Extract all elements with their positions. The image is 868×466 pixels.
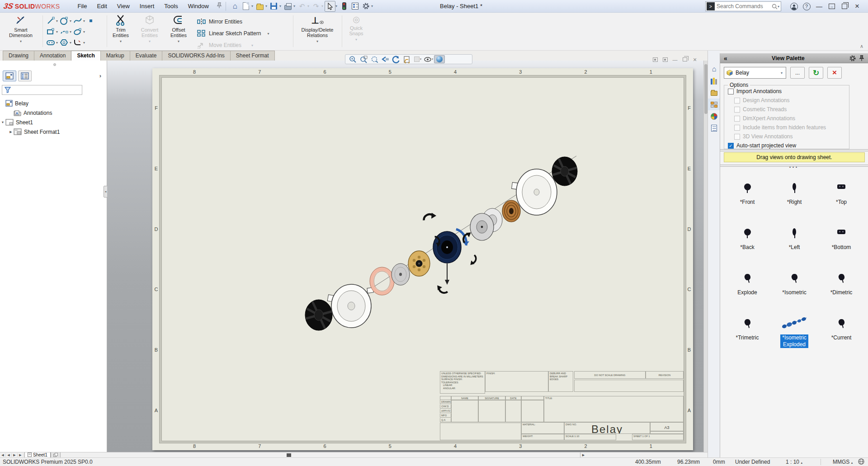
- tree-item-sheet1[interactable]: ▼ Sheet1: [0, 118, 107, 127]
- canvas-vertical-scrollbar[interactable]: [703, 61, 708, 452]
- doc-close-button[interactable]: ×: [690, 56, 700, 63]
- print-dropdown-icon[interactable]: ▾: [293, 4, 295, 8]
- tree-item-annotations[interactable]: A Annotations: [0, 108, 107, 118]
- view-thumb-trimetric[interactable]: *Trimetric: [724, 306, 771, 351]
- open-dropdown-icon[interactable]: ▾: [265, 4, 267, 8]
- linear-sketch-pattern-button[interactable]: Linear Sketch Pattern ▾: [197, 28, 269, 39]
- doc-dock-left-button[interactable]: [650, 56, 660, 63]
- user-account-button[interactable]: [788, 1, 800, 12]
- spline-dropdown-icon[interactable]: ▾: [83, 19, 85, 23]
- hide-show-items-button[interactable]: ▾: [423, 55, 434, 63]
- display-pane-tab-button[interactable]: [18, 71, 32, 81]
- tags-globe-icon[interactable]: [858, 458, 864, 466]
- rotate-view-button[interactable]: [391, 55, 401, 63]
- appearances-tab[interactable]: [708, 110, 720, 122]
- display-style-button[interactable]: ▾: [412, 55, 423, 63]
- solidworks-resources-tab[interactable]: ⌂: [708, 63, 720, 75]
- options-button[interactable]: [360, 1, 371, 12]
- ellipse-tool-button[interactable]: ▾: [73, 27, 85, 36]
- sheet1-tab[interactable]: Sheet1: [24, 452, 51, 458]
- doc-minimize-button[interactable]: —: [670, 56, 680, 63]
- scale-dropdown-icon[interactable]: ▴: [801, 461, 802, 464]
- view-thumb-right[interactable]: *Right: [771, 170, 818, 215]
- units-dropdown-icon[interactable]: ▴: [851, 461, 853, 464]
- panel-splitter-dot[interactable]: [53, 63, 56, 66]
- tree-filter-box[interactable]: [2, 85, 82, 95]
- relations-dropdown-icon[interactable]: ▾: [316, 39, 318, 43]
- view-thumb-front[interactable]: *Front: [724, 170, 771, 215]
- menu-view[interactable]: View: [112, 0, 135, 12]
- menu-insert[interactable]: Insert: [135, 0, 160, 12]
- tab-markup[interactable]: Markup: [100, 51, 130, 61]
- panel-expand-arrow[interactable]: ›: [99, 72, 101, 79]
- file-explorer-tab[interactable]: [708, 87, 720, 99]
- circle-dropdown-icon[interactable]: ▾: [70, 19, 71, 23]
- view-settings-button[interactable]: [434, 55, 445, 63]
- select-tool-button[interactable]: [325, 1, 335, 12]
- units-selector[interactable]: MMGS ▴: [833, 459, 853, 465]
- auto-start-projected-checkbox[interactable]: ✓: [728, 143, 734, 149]
- redo-button[interactable]: ↷: [311, 1, 321, 12]
- save-dropdown-icon[interactable]: ▾: [279, 4, 281, 8]
- sheet1-expander-icon[interactable]: ▼: [0, 121, 5, 124]
- zoom-to-fit-button[interactable]: [347, 55, 358, 63]
- menu-tools[interactable]: Tools: [159, 0, 183, 12]
- quick-snaps-button[interactable]: ◎ Quick Snaps ▾: [344, 14, 369, 42]
- tab-evaluate[interactable]: Evaluate: [130, 51, 163, 61]
- design-library-tab[interactable]: [708, 75, 720, 87]
- first-sheet-button[interactable]: ◀: [0, 453, 6, 457]
- point-tool-button[interactable]: [90, 19, 92, 22]
- tab-sheet-format[interactable]: Sheet Format: [230, 51, 275, 61]
- tab-drawing[interactable]: Drawing: [3, 51, 34, 61]
- next-sheet-button[interactable]: ▶: [12, 453, 18, 457]
- sheet-scale-selector[interactable]: 1 : 10 ▴: [786, 459, 802, 465]
- view-thumb-bottom[interactable]: *Bottom: [818, 215, 865, 260]
- line-tool-button[interactable]: ▾: [46, 16, 58, 25]
- convert-entities-button[interactable]: Convert Entities ▾: [136, 14, 164, 43]
- view-thumb-current[interactable]: *Current: [818, 306, 865, 351]
- trim-entities-button[interactable]: Trim Entities ▾: [108, 14, 134, 43]
- hide-show-dropdown-icon[interactable]: ▾: [432, 57, 434, 61]
- rectangle-dropdown-icon[interactable]: ▾: [56, 30, 58, 34]
- fillet-dropdown-icon[interactable]: ▾: [83, 41, 85, 45]
- tab-annotation[interactable]: Annotation: [34, 51, 71, 61]
- import-annotations-checkbox[interactable]: [728, 89, 734, 94]
- fillet-tool-button[interactable]: ▾: [73, 38, 85, 47]
- document-dropdown-icon[interactable]: ▾: [781, 71, 783, 75]
- tab-solidworks-addins[interactable]: SOLIDWORKS Add-Ins: [162, 51, 230, 61]
- checkbox-auto-start-projected[interactable]: ✓ Auto-start projected view: [728, 142, 849, 149]
- home-button[interactable]: ⌂: [230, 1, 241, 12]
- previous-view-button[interactable]: [380, 55, 391, 63]
- menu-file[interactable]: File: [72, 0, 92, 12]
- delete-views-button[interactable]: ×: [827, 67, 842, 79]
- trim-dropdown-icon[interactable]: ▾: [120, 39, 122, 43]
- palette-gear-icon[interactable]: [849, 55, 856, 62]
- ribbon-collapse-icon[interactable]: ∧: [860, 43, 863, 49]
- search-input[interactable]: [717, 3, 772, 9]
- open-button[interactable]: [255, 1, 265, 12]
- custom-properties-tab[interactable]: [708, 122, 720, 134]
- view-thumb-dimetric[interactable]: *Dimetric: [818, 260, 865, 306]
- checkbox-import-annotations[interactable]: Import Annotations: [728, 88, 849, 94]
- help-button[interactable]: ?: [800, 1, 813, 12]
- doc-dock-right-button[interactable]: [660, 56, 670, 63]
- new-document-button[interactable]: [241, 1, 251, 12]
- arc-dropdown-icon[interactable]: ▾: [70, 30, 71, 34]
- spline-tool-button[interactable]: ▾: [73, 16, 85, 25]
- menu-pin-icon[interactable]: [217, 2, 222, 10]
- tree-item-root[interactable]: Belay: [0, 99, 107, 108]
- offset-dropdown-icon[interactable]: ▾: [178, 39, 179, 43]
- vertical-scroll-thumb[interactable]: [704, 64, 708, 114]
- doc-restore-button[interactable]: [680, 56, 690, 63]
- circle-tool-button[interactable]: ▾: [60, 16, 71, 25]
- undo-button[interactable]: ↶: [297, 1, 307, 12]
- palette-pin-icon[interactable]: [859, 55, 864, 61]
- offset-entities-button[interactable]: Offset Entities ▾: [165, 14, 192, 43]
- slot-dropdown-icon[interactable]: ▾: [56, 41, 58, 45]
- minimize-button[interactable]: —: [813, 1, 826, 12]
- view-thumb-back[interactable]: *Back: [724, 215, 771, 260]
- ellipse-dropdown-icon[interactable]: ▾: [83, 30, 85, 34]
- view-thumb-isometric[interactable]: *Isometric: [771, 260, 818, 306]
- collapse-panel-icon[interactable]: «: [724, 55, 727, 62]
- document-selector[interactable]: Belay ▾: [724, 67, 786, 79]
